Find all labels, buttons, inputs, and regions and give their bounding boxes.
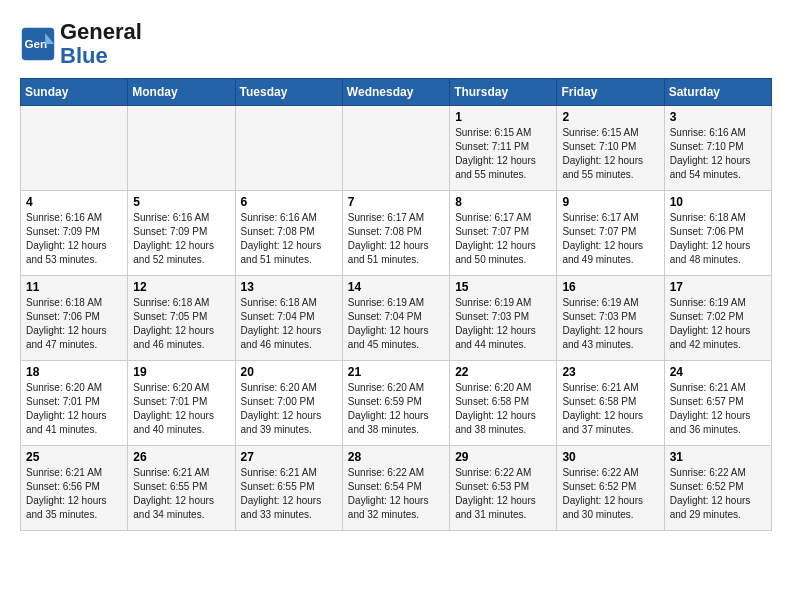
cell-content: Sunrise: 6:21 AM Sunset: 6:57 PM Dayligh… <box>670 381 766 437</box>
calendar-cell: 16Sunrise: 6:19 AM Sunset: 7:03 PM Dayli… <box>557 276 664 361</box>
calendar-cell: 31Sunrise: 6:22 AM Sunset: 6:52 PM Dayli… <box>664 446 771 531</box>
calendar-cell <box>235 106 342 191</box>
calendar-cell: 17Sunrise: 6:19 AM Sunset: 7:02 PM Dayli… <box>664 276 771 361</box>
cell-content: Sunrise: 6:22 AM Sunset: 6:52 PM Dayligh… <box>670 466 766 522</box>
day-number: 19 <box>133 365 229 379</box>
day-number: 10 <box>670 195 766 209</box>
day-number: 27 <box>241 450 337 464</box>
calendar-cell: 28Sunrise: 6:22 AM Sunset: 6:54 PM Dayli… <box>342 446 449 531</box>
day-number: 8 <box>455 195 551 209</box>
cell-content: Sunrise: 6:15 AM Sunset: 7:11 PM Dayligh… <box>455 126 551 182</box>
day-number: 20 <box>241 365 337 379</box>
cell-content: Sunrise: 6:19 AM Sunset: 7:02 PM Dayligh… <box>670 296 766 352</box>
calendar-cell: 11Sunrise: 6:18 AM Sunset: 7:06 PM Dayli… <box>21 276 128 361</box>
cell-content: Sunrise: 6:16 AM Sunset: 7:08 PM Dayligh… <box>241 211 337 267</box>
calendar-cell <box>342 106 449 191</box>
day-number: 25 <box>26 450 122 464</box>
day-number: 24 <box>670 365 766 379</box>
day-number: 9 <box>562 195 658 209</box>
calendar-cell <box>128 106 235 191</box>
calendar-cell: 12Sunrise: 6:18 AM Sunset: 7:05 PM Dayli… <box>128 276 235 361</box>
calendar-cell: 18Sunrise: 6:20 AM Sunset: 7:01 PM Dayli… <box>21 361 128 446</box>
cell-content: Sunrise: 6:21 AM Sunset: 6:56 PM Dayligh… <box>26 466 122 522</box>
day-number: 3 <box>670 110 766 124</box>
day-number: 14 <box>348 280 444 294</box>
calendar-cell: 22Sunrise: 6:20 AM Sunset: 6:58 PM Dayli… <box>450 361 557 446</box>
cell-content: Sunrise: 6:18 AM Sunset: 7:04 PM Dayligh… <box>241 296 337 352</box>
calendar-cell: 19Sunrise: 6:20 AM Sunset: 7:01 PM Dayli… <box>128 361 235 446</box>
day-number: 29 <box>455 450 551 464</box>
week-row-2: 4Sunrise: 6:16 AM Sunset: 7:09 PM Daylig… <box>21 191 772 276</box>
day-number: 30 <box>562 450 658 464</box>
calendar-cell: 23Sunrise: 6:21 AM Sunset: 6:58 PM Dayli… <box>557 361 664 446</box>
day-number: 4 <box>26 195 122 209</box>
week-row-3: 11Sunrise: 6:18 AM Sunset: 7:06 PM Dayli… <box>21 276 772 361</box>
cell-content: Sunrise: 6:20 AM Sunset: 6:59 PM Dayligh… <box>348 381 444 437</box>
cell-content: Sunrise: 6:17 AM Sunset: 7:08 PM Dayligh… <box>348 211 444 267</box>
day-number: 1 <box>455 110 551 124</box>
day-number: 22 <box>455 365 551 379</box>
cell-content: Sunrise: 6:20 AM Sunset: 7:01 PM Dayligh… <box>133 381 229 437</box>
calendar-cell: 3Sunrise: 6:16 AM Sunset: 7:10 PM Daylig… <box>664 106 771 191</box>
day-number: 26 <box>133 450 229 464</box>
week-row-1: 1Sunrise: 6:15 AM Sunset: 7:11 PM Daylig… <box>21 106 772 191</box>
cell-content: Sunrise: 6:20 AM Sunset: 7:00 PM Dayligh… <box>241 381 337 437</box>
cell-content: Sunrise: 6:19 AM Sunset: 7:03 PM Dayligh… <box>455 296 551 352</box>
logo-icon: Gen <box>20 26 56 62</box>
page-header: Gen General Blue <box>20 20 772 68</box>
calendar-cell: 27Sunrise: 6:21 AM Sunset: 6:55 PM Dayli… <box>235 446 342 531</box>
day-number: 6 <box>241 195 337 209</box>
day-number: 23 <box>562 365 658 379</box>
cell-content: Sunrise: 6:21 AM Sunset: 6:58 PM Dayligh… <box>562 381 658 437</box>
day-header-wednesday: Wednesday <box>342 79 449 106</box>
calendar-cell: 5Sunrise: 6:16 AM Sunset: 7:09 PM Daylig… <box>128 191 235 276</box>
day-number: 13 <box>241 280 337 294</box>
cell-content: Sunrise: 6:17 AM Sunset: 7:07 PM Dayligh… <box>562 211 658 267</box>
day-header-saturday: Saturday <box>664 79 771 106</box>
logo-general: General <box>60 19 142 44</box>
calendar-cell: 20Sunrise: 6:20 AM Sunset: 7:00 PM Dayli… <box>235 361 342 446</box>
calendar-table: SundayMondayTuesdayWednesdayThursdayFrid… <box>20 78 772 531</box>
calendar-cell: 14Sunrise: 6:19 AM Sunset: 7:04 PM Dayli… <box>342 276 449 361</box>
week-row-4: 18Sunrise: 6:20 AM Sunset: 7:01 PM Dayli… <box>21 361 772 446</box>
cell-content: Sunrise: 6:19 AM Sunset: 7:04 PM Dayligh… <box>348 296 444 352</box>
calendar-cell: 13Sunrise: 6:18 AM Sunset: 7:04 PM Dayli… <box>235 276 342 361</box>
day-number: 11 <box>26 280 122 294</box>
calendar-cell: 10Sunrise: 6:18 AM Sunset: 7:06 PM Dayli… <box>664 191 771 276</box>
calendar-cell: 24Sunrise: 6:21 AM Sunset: 6:57 PM Dayli… <box>664 361 771 446</box>
cell-content: Sunrise: 6:20 AM Sunset: 6:58 PM Dayligh… <box>455 381 551 437</box>
calendar-cell: 25Sunrise: 6:21 AM Sunset: 6:56 PM Dayli… <box>21 446 128 531</box>
day-number: 15 <box>455 280 551 294</box>
calendar-cell: 2Sunrise: 6:15 AM Sunset: 7:10 PM Daylig… <box>557 106 664 191</box>
cell-content: Sunrise: 6:16 AM Sunset: 7:09 PM Dayligh… <box>26 211 122 267</box>
day-header-monday: Monday <box>128 79 235 106</box>
cell-content: Sunrise: 6:21 AM Sunset: 6:55 PM Dayligh… <box>133 466 229 522</box>
cell-content: Sunrise: 6:20 AM Sunset: 7:01 PM Dayligh… <box>26 381 122 437</box>
day-number: 7 <box>348 195 444 209</box>
calendar-cell: 30Sunrise: 6:22 AM Sunset: 6:52 PM Dayli… <box>557 446 664 531</box>
day-number: 28 <box>348 450 444 464</box>
calendar-cell: 15Sunrise: 6:19 AM Sunset: 7:03 PM Dayli… <box>450 276 557 361</box>
day-header-sunday: Sunday <box>21 79 128 106</box>
calendar-cell: 21Sunrise: 6:20 AM Sunset: 6:59 PM Dayli… <box>342 361 449 446</box>
cell-content: Sunrise: 6:22 AM Sunset: 6:53 PM Dayligh… <box>455 466 551 522</box>
logo-blue: Blue <box>60 43 108 68</box>
cell-content: Sunrise: 6:22 AM Sunset: 6:54 PM Dayligh… <box>348 466 444 522</box>
cell-content: Sunrise: 6:22 AM Sunset: 6:52 PM Dayligh… <box>562 466 658 522</box>
day-number: 21 <box>348 365 444 379</box>
day-header-thursday: Thursday <box>450 79 557 106</box>
calendar-cell: 1Sunrise: 6:15 AM Sunset: 7:11 PM Daylig… <box>450 106 557 191</box>
calendar-cell: 6Sunrise: 6:16 AM Sunset: 7:08 PM Daylig… <box>235 191 342 276</box>
cell-content: Sunrise: 6:21 AM Sunset: 6:55 PM Dayligh… <box>241 466 337 522</box>
svg-text:Gen: Gen <box>25 37 48 50</box>
day-number: 18 <box>26 365 122 379</box>
calendar-cell <box>21 106 128 191</box>
day-number: 2 <box>562 110 658 124</box>
day-number: 16 <box>562 280 658 294</box>
cell-content: Sunrise: 6:19 AM Sunset: 7:03 PM Dayligh… <box>562 296 658 352</box>
calendar-cell: 8Sunrise: 6:17 AM Sunset: 7:07 PM Daylig… <box>450 191 557 276</box>
calendar-cell: 7Sunrise: 6:17 AM Sunset: 7:08 PM Daylig… <box>342 191 449 276</box>
week-row-5: 25Sunrise: 6:21 AM Sunset: 6:56 PM Dayli… <box>21 446 772 531</box>
cell-content: Sunrise: 6:16 AM Sunset: 7:10 PM Dayligh… <box>670 126 766 182</box>
cell-content: Sunrise: 6:15 AM Sunset: 7:10 PM Dayligh… <box>562 126 658 182</box>
